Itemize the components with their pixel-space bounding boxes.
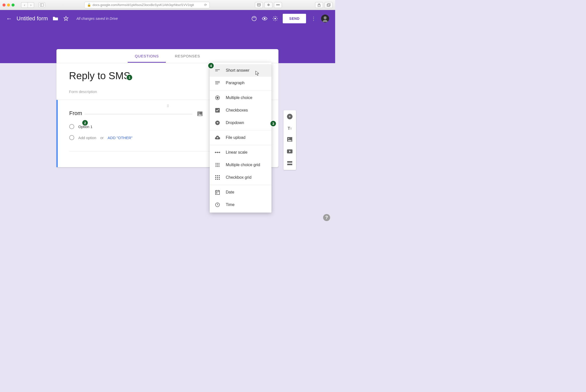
more-extensions-icon[interactable]: •••: [274, 2, 282, 8]
radio-icon: [69, 135, 74, 140]
svg-rect-51: [217, 179, 218, 180]
address-bar[interactable]: 🔒 docs.google.com/forms/d/1pkfisosZ3ocxB…: [84, 2, 210, 8]
linear-scale-icon: [215, 150, 220, 155]
svg-rect-52: [219, 179, 220, 180]
annotation-badge: 1: [127, 75, 132, 80]
more-menu-icon[interactable]: ⋮: [311, 16, 317, 22]
question-title-underline: [85, 114, 192, 114]
window-minimize-icon[interactable]: [7, 4, 10, 7]
add-section-icon[interactable]: [287, 161, 292, 166]
calendar-icon: [215, 189, 220, 195]
add-option-button[interactable]: Add option: [78, 136, 96, 140]
tab-responses[interactable]: RESPONSES: [174, 49, 201, 63]
menu-item-multiple-choice[interactable]: Multiple choice: [210, 91, 271, 104]
folder-icon[interactable]: [52, 16, 58, 22]
menu-item-checkboxes[interactable]: Checkboxes: [210, 104, 271, 117]
save-status: All changes saved in Drive: [77, 17, 118, 21]
window-close-icon[interactable]: [3, 4, 6, 7]
svg-point-38: [215, 164, 216, 165]
share-icon[interactable]: [315, 2, 323, 8]
svg-rect-46: [219, 175, 220, 176]
svg-point-10: [274, 18, 276, 19]
cursor-icon: [255, 71, 259, 77]
annotation-badge: 4: [208, 63, 214, 68]
radio-icon: [69, 124, 74, 129]
svg-point-12: [324, 16, 327, 19]
tab-questions[interactable]: QUESTIONS: [134, 49, 160, 63]
menu-label: Checkboxes: [226, 108, 248, 113]
cloud-upload-icon: [215, 135, 220, 140]
menu-divider: [210, 130, 271, 130]
short-answer-icon: [215, 68, 220, 73]
nav-forward-button[interactable]: ›: [28, 2, 34, 8]
send-button[interactable]: SEND: [283, 14, 306, 23]
annotation-badge: 2: [82, 120, 88, 126]
svg-point-6: [253, 18, 254, 18]
menu-label: Checkbox grid: [226, 175, 251, 180]
add-title-icon[interactable]: TT: [288, 125, 292, 131]
nav-back-button[interactable]: ‹: [21, 2, 28, 8]
account-avatar[interactable]: [321, 15, 329, 23]
menu-label: Linear scale: [226, 150, 247, 155]
menu-item-time[interactable]: Time: [210, 199, 271, 211]
url-text: docs.google.com/forms/d/1pkfisosZ3ocxBcS…: [93, 3, 194, 7]
add-question-icon[interactable]: +: [287, 114, 292, 119]
sidebar-toggle-button[interactable]: [39, 2, 45, 8]
menu-label: Dropdown: [226, 121, 244, 125]
lock-icon: 🔒: [87, 3, 91, 7]
menu-item-linear-scale[interactable]: Linear scale: [210, 146, 271, 159]
svg-rect-4: [328, 4, 330, 6]
add-other-button[interactable]: ADD "OTHER": [108, 136, 132, 140]
svg-point-40: [218, 164, 219, 165]
svg-rect-21: [287, 164, 292, 165]
svg-point-35: [215, 163, 216, 164]
checkbox-icon: [215, 108, 220, 113]
palette-icon[interactable]: [251, 16, 257, 22]
menu-label: Multiple choice: [226, 95, 252, 100]
pocket-extension-icon[interactable]: [255, 2, 263, 8]
question-title-input[interactable]: From: [69, 110, 82, 118]
preview-icon[interactable]: [262, 16, 268, 22]
menu-label: Paragraph: [226, 81, 245, 85]
window-zoom-icon[interactable]: [12, 4, 15, 7]
menu-item-paragraph[interactable]: Paragraph: [210, 77, 271, 89]
document-title[interactable]: Untitled form: [17, 15, 48, 22]
menu-label: Short answer: [226, 68, 249, 73]
form-title-input[interactable]: Reply to SMS: [69, 70, 130, 81]
menu-label: File upload: [226, 135, 245, 140]
svg-point-8: [255, 18, 256, 18]
star-icon[interactable]: [63, 16, 69, 22]
menu-item-short-answer[interactable]: Short answer: [210, 64, 271, 77]
back-arrow-icon[interactable]: ←: [6, 15, 12, 22]
svg-rect-49: [219, 177, 220, 178]
help-icon[interactable]: ?: [323, 214, 330, 221]
square-grid-icon: [215, 175, 220, 180]
add-video-icon[interactable]: [287, 149, 292, 155]
add-image-icon[interactable]: [287, 137, 292, 143]
settings-icon[interactable]: [272, 16, 278, 22]
question-type-menu: Short answer Paragraph Multiple choice C…: [210, 63, 271, 213]
menu-item-file-upload[interactable]: File upload: [210, 131, 271, 144]
menu-item-cb-grid[interactable]: Checkbox grid: [210, 171, 271, 184]
reload-icon[interactable]: ⟳: [204, 3, 207, 7]
menu-label: Time: [226, 203, 235, 207]
menu-label: Multiple choice grid: [226, 163, 260, 167]
svg-rect-20: [287, 161, 292, 163]
menu-divider: [210, 145, 271, 145]
menu-item-date[interactable]: Date: [210, 186, 271, 199]
editor-tabs: QUESTIONS RESPONSES: [56, 49, 278, 63]
radio-icon: [215, 95, 220, 101]
floating-toolbar: + TT: [283, 110, 296, 170]
svg-point-28: [216, 97, 218, 99]
svg-point-14: [198, 113, 199, 114]
add-image-icon[interactable]: [197, 111, 203, 117]
menu-item-mc-grid[interactable]: Multiple choice grid: [210, 159, 271, 171]
menu-item-dropdown[interactable]: Dropdown: [210, 117, 271, 129]
svg-point-7: [254, 17, 255, 18]
clock-icon: [215, 202, 220, 208]
annotation-badge: 3: [270, 121, 276, 126]
svg-point-18: [288, 138, 289, 139]
tabs-overview-icon[interactable]: [325, 2, 333, 8]
evernote-extension-icon[interactable]: ✲: [264, 2, 272, 8]
svg-rect-48: [217, 177, 218, 178]
